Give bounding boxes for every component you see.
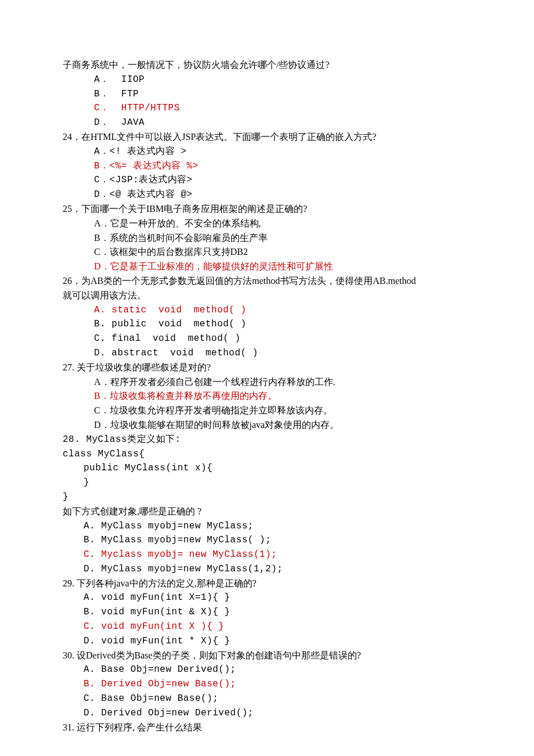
q29-stem: 29. 下列各种java中的方法的定义,那种是正确的?	[63, 577, 471, 591]
q25-stem: 25．下面哪一个关于IBM电子商务应用框架的阐述是正确的?	[63, 202, 471, 217]
q28-code1: class MyClass{	[63, 447, 471, 462]
q29-opt-c: C. void myFun(int X ){ }	[63, 620, 471, 634]
q28-opt-a: A. MyClass myobj=new MyClass;	[63, 519, 471, 534]
q26-opt-b: B. public void method( )	[63, 317, 471, 332]
q27-opt-b: B．垃圾收集将检查并释放不再使用的内存。	[63, 389, 471, 404]
q23-opt-a: A． IIOP	[63, 73, 471, 87]
q29-opt-a: A. void myFun(int X=1){ }	[63, 591, 471, 605]
q28-code4: }	[63, 490, 471, 505]
q30-opt-b: B. Derived Obj=new Base();	[63, 677, 471, 692]
q27-opt-c: C．垃圾收集允许程序开发者明确指定并立即释放该内存。	[63, 404, 471, 418]
q28-code2: public MyClass(int x){	[63, 461, 471, 476]
q25-opt-c: C．该框架中的后台数据库只支持DB2	[63, 245, 471, 260]
q24-stem: 24．在HTML文件中可以嵌入JSP表达式。下面哪一个表明了正确的嵌入方式?	[63, 130, 471, 145]
q26-opt-d: D. abstract void method( )	[63, 346, 471, 361]
q23-opt-c: C． HTTP/HTTPS	[63, 101, 471, 116]
q26-opt-c: C. final void method( )	[63, 332, 471, 346]
q27-opt-a: A．程序开发者必须自己创建一个线程进行内存释放的工作.	[63, 375, 471, 390]
q24-opt-a: A．<! 表达式内容 >	[63, 145, 471, 159]
q28-opt-c: C. Myclass myobj= new MyClass(1);	[63, 548, 471, 562]
q30-stem: 30. 设Derived类为Base类的子类，则如下对象的创建语句中那些是错误的…	[63, 649, 471, 663]
q24-opt-c: C．<JSP:表达式内容>	[63, 173, 471, 188]
q27-opt-d: D．垃圾收集能够在期望的时间释放被java对象使用的内存。	[63, 418, 471, 433]
q28-code3: }	[63, 476, 471, 490]
q27-stem: 27. 关于垃圾收集的哪些叙述是对的?	[63, 361, 471, 375]
q29-opt-b: B. void myFun(int & X){ }	[63, 605, 471, 620]
q24-opt-b: B．<%= 表达式内容 %>	[63, 159, 471, 174]
q26-stem1: 26．为AB类的一个无形式参数无返回值的方法method书写方法头，使得使用AB…	[63, 274, 471, 289]
q23-opt-d: D． JAVA	[63, 116, 471, 130]
q28-opt-d: D. MyClass myobj=new MyClass(1,2);	[63, 562, 471, 577]
q28-opt-b: B. MyClass myobj=new MyClass( );	[63, 533, 471, 548]
q30-opt-a: A. Base Obj=new Derived();	[63, 663, 471, 677]
q23-opt-b: B． FTP	[63, 87, 471, 102]
q24-opt-d: D．<@ 表达式内容 @>	[63, 188, 471, 202]
q26-stem2: 就可以调用该方法。	[63, 289, 471, 303]
q29-opt-d: D. void myFun(int * X){ }	[63, 634, 471, 649]
q28-stem2: 如下方式创建对象,哪些是正确的 ?	[63, 505, 471, 519]
q26-opt-a: A. static void method( )	[63, 303, 471, 318]
q30-opt-d: D. Derived Obj=new Derived();	[63, 706, 471, 721]
q23-stem: 子商务系统中，一般情况下，协议防火墙会允许哪个/些协议通过?	[63, 58, 471, 73]
q25-opt-d: D．它是基于工业标准的，能够提供好的灵活性和可扩展性	[63, 260, 471, 274]
q28-stem: 28. MyClass类定义如下:	[63, 433, 471, 447]
q25-opt-b: B．系统的当机时间不会影响雇员的生产率	[63, 231, 471, 246]
q31-stem: 31. 运行下列程序, 会产生什么结果	[63, 721, 471, 735]
q30-opt-c: C. Base Obj=new Base();	[63, 692, 471, 706]
q25-opt-a: A．它是一种开放的、不安全的体系结构,	[63, 217, 471, 231]
document-page: 子商务系统中，一般情况下，协议防火墙会允许哪个/些协议通过? A． IIOP B…	[0, 0, 534, 756]
